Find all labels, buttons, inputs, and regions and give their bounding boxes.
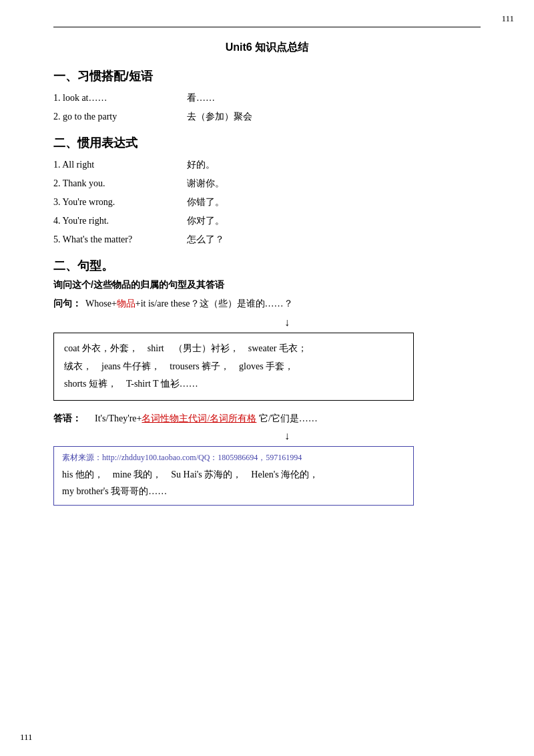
page: 111 Unit6 知识点总结 一、习惯搭配/短语 1. look at…… 看…	[0, 0, 534, 756]
section3-heading: 二、句型。	[53, 258, 481, 274]
page-number-top: 111	[501, 13, 514, 24]
top-divider	[53, 27, 481, 27]
answer-linked-text: 名词性物主代词/名词所有格	[142, 413, 256, 423]
item-label: 2. go to the party	[53, 111, 187, 123]
section-expressions: 二、惯用表达式 1. All right 好的。 2. Thank you. 谢…	[53, 135, 481, 246]
item-translation: 看……	[187, 92, 215, 104]
item-translation: 好的。	[187, 159, 215, 171]
item-translation: 去（参加）聚会	[187, 111, 252, 123]
subsection-title: 询问这个/这些物品的归属的句型及其答语	[53, 279, 481, 291]
section1-heading: 一、习惯搭配/短语	[53, 68, 481, 84]
answer-content: It's/They're+名词性物主代词/名词所有格 它/它们是……	[95, 413, 318, 425]
question-content: Whose+物品+it is/are these？这（些）是谁的……？	[85, 298, 293, 310]
arrow-down-1: ↓	[93, 317, 481, 329]
vocab-box: coat 外衣，外套， shirt （男士）衬衫， sweater 毛衣； 绒衣…	[53, 333, 414, 401]
source-line-1: his 他的， mine 我的， Su Hai's 苏海的， Helen's 海…	[62, 469, 318, 480]
source-content: his 他的， mine 我的， Su Hai's 苏海的， Helen's 海…	[62, 466, 405, 500]
item-label: 4. You're right.	[53, 215, 187, 227]
item-label: 3. You're wrong.	[53, 196, 187, 208]
source-line-2: my brother's 我哥哥的……	[62, 486, 167, 496]
item-label: 2. Thank you.	[53, 178, 187, 190]
list-item: 4. You're right. 你对了。	[53, 215, 481, 227]
question-label: 问句：	[53, 298, 81, 310]
question-row: 问句： Whose+物品+it is/are these？这（些）是谁的……？	[53, 298, 481, 310]
section-habits: 一、习惯搭配/短语 1. look at…… 看…… 2. go to the …	[53, 68, 481, 123]
section-sentence-patterns: 二、句型。 询问这个/这些物品的归属的句型及其答语 问句： Whose+物品+i…	[53, 258, 481, 506]
item-translation: 你错了。	[187, 196, 224, 208]
list-item: 1. All right 好的。	[53, 159, 481, 171]
list-item: 5. What's the matter? 怎么了？	[53, 234, 481, 246]
item-label: 1. look at……	[53, 92, 187, 104]
main-title: Unit6 知识点总结	[53, 41, 481, 55]
list-item: 2. Thank you. 谢谢你。	[53, 178, 481, 190]
red-word-wupin: 物品	[117, 299, 136, 309]
item-label: 1. All right	[53, 159, 187, 171]
section2-heading: 二、惯用表达式	[53, 135, 481, 151]
item-translation: 怎么了？	[187, 234, 224, 246]
vocab-line-2: 绒衣， jeans 牛仔裤， trousers 裤子， gloves 手套，	[64, 361, 294, 371]
arrow-down-2: ↓	[93, 430, 481, 442]
item-translation: 你对了。	[187, 215, 224, 227]
vocab-line-3: shorts 短裤， T-shirt T 恤衫……	[64, 379, 198, 389]
list-item: 2. go to the party 去（参加）聚会	[53, 111, 481, 123]
item-label: 5. What's the matter?	[53, 234, 187, 246]
list-item: 3. You're wrong. 你错了。	[53, 196, 481, 208]
item-translation: 谢谢你。	[187, 178, 224, 190]
source-box: 素材来源：http://zhdduy100.taobao.com/QQ：1805…	[53, 446, 414, 506]
page-number-bottom: 111	[20, 732, 33, 743]
answer-label: 答语：	[53, 413, 91, 425]
list-item: 1. look at…… 看……	[53, 92, 481, 104]
answer-row: 答语： It's/They're+名词性物主代词/名词所有格 它/它们是……	[53, 413, 481, 425]
source-link-text: 素材来源：http://zhdduy100.taobao.com/QQ：1805…	[62, 452, 405, 463]
vocab-line-1: coat 外衣，外套， shirt （男士）衬衫， sweater 毛衣；	[64, 343, 307, 353]
